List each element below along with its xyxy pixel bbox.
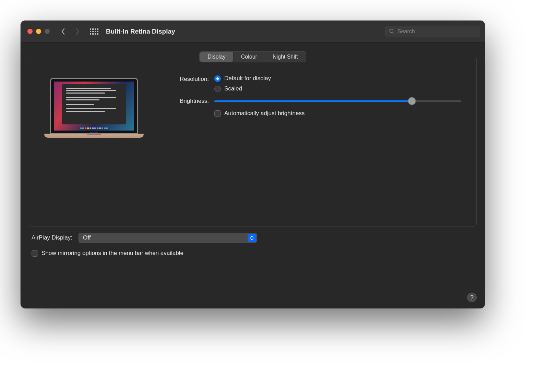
- display-panel: MacBook Air Resolution: Default for disp…: [29, 57, 477, 226]
- resolution-default-option[interactable]: Default for display: [214, 75, 461, 82]
- radio-icon: [214, 86, 221, 92]
- search-input[interactable]: [397, 28, 476, 35]
- grid-icon: [90, 28, 98, 35]
- auto-brightness-label: Automatically adjust brightness: [224, 110, 305, 117]
- search-field[interactable]: [385, 26, 479, 37]
- search-icon: [389, 28, 395, 34]
- checkbox-icon: [214, 110, 221, 117]
- brightness-label: Brightness:: [157, 97, 209, 117]
- forward-button[interactable]: [72, 26, 83, 37]
- minimize-window-button[interactable]: [36, 29, 41, 34]
- show-mirroring-option[interactable]: Show mirroring options in the menu bar w…: [32, 250, 183, 257]
- window-controls: [27, 29, 50, 34]
- show-all-button[interactable]: [88, 26, 100, 37]
- help-icon: ?: [470, 294, 474, 301]
- preferences-window: Built-in Retina Display Display Colour N…: [21, 21, 485, 308]
- tab-display[interactable]: Display: [200, 52, 233, 62]
- window-title: Built-in Retina Display: [106, 28, 382, 35]
- auto-brightness-option[interactable]: Automatically adjust brightness: [214, 110, 461, 117]
- tab-bar: Display Colour Night Shift: [199, 51, 306, 62]
- resolution-default-label: Default for display: [224, 75, 271, 82]
- resolution-scaled-option[interactable]: Scaled: [214, 85, 461, 92]
- back-button[interactable]: [57, 26, 69, 37]
- airplay-value: Off: [83, 234, 91, 241]
- svg-point-0: [390, 29, 393, 33]
- airplay-select[interactable]: Off: [79, 233, 257, 243]
- show-mirroring-label: Show mirroring options in the menu bar w…: [41, 250, 183, 257]
- tab-night-shift[interactable]: Night Shift: [265, 52, 306, 62]
- zoom-window-button[interactable]: [45, 29, 50, 34]
- brightness-slider[interactable]: [214, 100, 461, 102]
- resolution-label: Resolution:: [157, 75, 209, 92]
- checkbox-icon: [32, 250, 38, 257]
- footer: AirPlay Display: Off Show mirroring opti…: [29, 233, 477, 257]
- tab-colour[interactable]: Colour: [234, 52, 265, 62]
- display-preview: MacBook Air: [44, 78, 144, 219]
- slider-thumb[interactable]: [408, 97, 416, 105]
- resolution-scaled-label: Scaled: [224, 85, 242, 92]
- display-settings: Resolution: Default for display Scaled B…: [157, 75, 461, 219]
- close-window-button[interactable]: [27, 29, 33, 34]
- content-area: Display Colour Night Shift: [21, 42, 485, 263]
- select-stepper-icon: [248, 234, 256, 242]
- radio-icon: [214, 75, 221, 82]
- airplay-label: AirPlay Display:: [32, 234, 72, 241]
- svg-line-1: [393, 32, 394, 34]
- device-model-label: MacBook Air: [51, 131, 137, 133]
- help-button[interactable]: ?: [467, 293, 477, 302]
- titlebar: Built-in Retina Display: [21, 21, 485, 42]
